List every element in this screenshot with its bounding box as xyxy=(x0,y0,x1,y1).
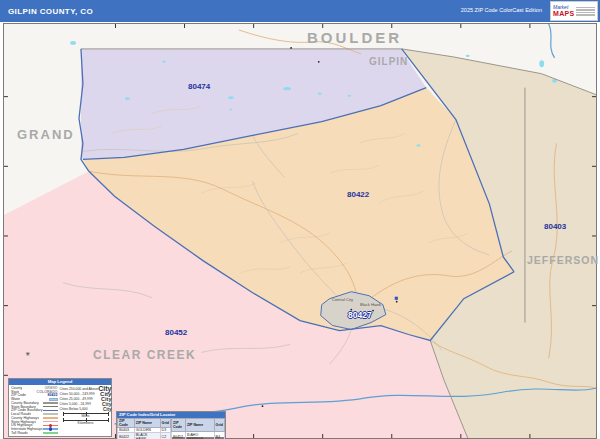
header-bar: GILPIN COUNTY, CO 2025 ZIP Code ColorCas… xyxy=(0,0,600,22)
zip-table-row: 80452IDAHO SPRINGSB4 xyxy=(172,431,225,439)
zip-label-80474: 80474 xyxy=(188,82,210,91)
logo-address-lines xyxy=(576,7,595,16)
brand-wordmark: Market MAPS xyxy=(553,5,574,17)
zip-table-header: ZIP CodeZIP NameGrid xyxy=(172,419,225,432)
county-label-grand: GRAND xyxy=(17,127,75,142)
town-label-central-city: Central City xyxy=(332,297,353,302)
zip-table-header: ZIP CodeZIP NameGrid xyxy=(118,419,171,428)
legend-item: Toll Roads xyxy=(11,431,58,435)
zip-table-row: 80403GOLDEND3 xyxy=(118,428,171,433)
zip-index-table-left: ZIP CodeZIP NameGrid80403GOLDEND380422BL… xyxy=(117,418,171,439)
town-label-black-hawk: Black Hawk xyxy=(360,302,381,307)
county-label-jefferson: JEFFERSON xyxy=(527,254,599,266)
legend-city-list: Cities 250,000 and AboveCityCities 50,00… xyxy=(60,386,112,435)
legend-symbol-list: CountyGRANDStateCOLORADOZIP Code80422Wat… xyxy=(11,386,58,435)
zip-label-80427: 80427 xyxy=(348,310,372,320)
legend-panel: Map Legend CountyGRANDStateCOLORADOZIP C… xyxy=(8,378,112,437)
map-canvas xyxy=(4,24,596,438)
zip-index-table-right: ZIP CodeZIP NameGrid80452IDAHO SPRINGSB4… xyxy=(171,418,225,439)
zip-index-table: ZIP Code Index/Grid Locator ZIP CodeZIP … xyxy=(116,411,226,438)
county-label-gilpin: GILPIN xyxy=(369,56,408,67)
edition-label: 2025 ZIP Code ColorCast Edition xyxy=(461,7,542,13)
poi-marker-icon: ✳ xyxy=(25,350,30,357)
zip-label-80422: 80422 xyxy=(347,190,369,199)
zip-table-row: 80422BLACK HAWKC2 xyxy=(118,433,171,439)
page-title: GILPIN COUNTY, CO xyxy=(0,7,93,16)
zip-label-80403: 80403 xyxy=(544,222,566,231)
county-map: BOULDER GILPIN GRAND JEFFERSON CLEAR CRE… xyxy=(3,23,597,439)
county-label-boulder: BOULDER xyxy=(307,29,402,46)
scalebar-kilometers: Kilometers xyxy=(60,420,112,425)
marketmaps-logo: Market MAPS xyxy=(550,1,598,21)
county-label-clear-creek: CLEAR CREEK xyxy=(93,348,196,362)
zip-label-80452: 80452 xyxy=(165,328,187,337)
highway-shield-marker xyxy=(395,297,398,300)
